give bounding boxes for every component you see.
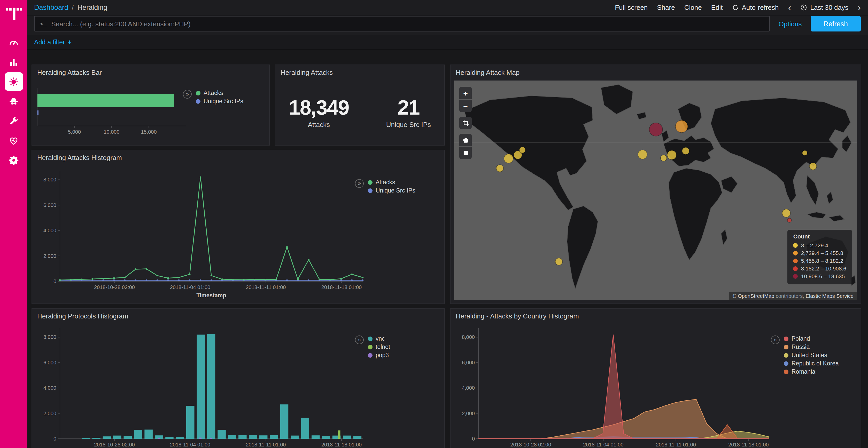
- openstreetmap-link[interactable]: © OpenStreetMap: [733, 293, 774, 299]
- legend-dot: [793, 259, 798, 263]
- svg-text:5,000: 5,000: [68, 129, 81, 135]
- metric-attacks: 18,349 Attacks: [289, 96, 349, 129]
- legend-item[interactable]: Unique Src IPs: [196, 98, 243, 104]
- legend-label: Republic of Korea: [792, 360, 839, 367]
- svg-text:4,000: 4,000: [462, 385, 475, 391]
- map-count-legend: Count 3 – 2,729.4 2,729.4 – 5,455.8 5,45…: [788, 230, 852, 284]
- legend-item[interactable]: Attacks: [196, 90, 243, 96]
- legend-dot: [784, 369, 788, 374]
- panel-attacks-metric: Heralding Attacks 18,349 Attacks 21 Uniq…: [275, 65, 445, 145]
- map-fit-data-button[interactable]: [459, 117, 472, 129]
- map-controls: + −: [459, 87, 472, 159]
- map-draw-polygon-button[interactable]: [459, 134, 472, 146]
- time-range-label: Last 30 days: [810, 4, 848, 11]
- svg-text:0: 0: [54, 278, 56, 284]
- panel-attacks-bar: Heralding Attacks Bar 5,00010,00015,000 …: [32, 65, 270, 145]
- auto-refresh-button[interactable]: Auto-refresh: [732, 4, 779, 11]
- svg-text:10,000: 10,000: [103, 129, 119, 135]
- panel-title: Heralding Attack Map: [451, 65, 861, 78]
- map-zoom-out-button[interactable]: −: [459, 100, 472, 112]
- search-input[interactable]: [52, 20, 764, 28]
- terminal-prompt-icon: >_: [40, 21, 47, 27]
- time-forward-button[interactable]: ›: [858, 3, 861, 12]
- legend-item[interactable]: pop3: [368, 352, 390, 358]
- legend-toggle-icon[interactable]: »: [183, 90, 192, 99]
- svg-text:2018-10-28 02:00: 2018-10-28 02:00: [94, 284, 135, 290]
- time-back-button[interactable]: ‹: [788, 3, 791, 12]
- legend-label: United States: [792, 352, 827, 358]
- breadcrumb: Dashboard / Heralding: [34, 4, 107, 11]
- attacks-bar-chart[interactable]: 5,00010,00015,000: [35, 83, 190, 141]
- svg-text:2,000: 2,000: [462, 411, 475, 416]
- sidebar-item-settings[interactable]: [4, 151, 23, 169]
- elastic-maps-link[interactable]: Elastic Maps Service: [805, 293, 854, 299]
- panel-title: Heralding Attacks Bar: [32, 65, 269, 78]
- svg-text:2018-11-18 01:00: 2018-11-18 01:00: [321, 442, 362, 447]
- world-map[interactable]: + −: [454, 80, 857, 300]
- panel-title: Heralding Attacks Histogram: [32, 150, 444, 164]
- legend-item[interactable]: vnc: [368, 336, 390, 342]
- legend-dot: [793, 266, 798, 271]
- legend-label: Unique Src IPs: [204, 98, 243, 104]
- map-legend-row: 2,729.4 – 5,455.8: [793, 249, 846, 257]
- protocols-bar-chart[interactable]: 02,0004,0006,0008,0002018-10-28 02:00201…: [36, 323, 367, 448]
- legend-toggle-icon[interactable]: »: [355, 179, 364, 188]
- refresh-button[interactable]: Refresh: [810, 16, 861, 32]
- svg-text:2,000: 2,000: [43, 253, 56, 259]
- legend-toggle-icon[interactable]: »: [355, 336, 364, 344]
- sidebar-item-recon[interactable]: [4, 92, 23, 110]
- breadcrumb-dashboard-link[interactable]: Dashboard: [34, 4, 68, 11]
- edit-button[interactable]: Edit: [711, 4, 723, 11]
- svg-text:0: 0: [472, 436, 475, 442]
- legend-item[interactable]: United States: [784, 352, 839, 358]
- options-link[interactable]: Options: [779, 20, 802, 28]
- svg-text:6,000: 6,000: [43, 360, 56, 366]
- clone-button[interactable]: Clone: [684, 4, 702, 11]
- legend-item[interactable]: telnet: [368, 344, 390, 350]
- telekom-logo[interactable]: [5, 4, 23, 22]
- map-legend-title: Count: [793, 233, 846, 240]
- legend-dot: [793, 243, 798, 248]
- panel-title: Heralding Protocols Histogram: [32, 309, 444, 322]
- gauge-icon: [8, 37, 19, 48]
- chart-legend: » vnc telnet pop3: [355, 336, 390, 358]
- legend-dot: [784, 361, 788, 366]
- legend-item[interactable]: Attacks: [368, 179, 415, 185]
- rectangle-icon: [462, 149, 469, 156]
- legend-dot: [196, 91, 200, 95]
- wrench-icon: [8, 115, 19, 126]
- map-zoom-in-button[interactable]: +: [459, 87, 472, 99]
- attacks-line-chart[interactable]: 02,0004,0006,0008,0002018-10-28 02:00201…: [36, 166, 367, 299]
- legend-label: Russia: [792, 344, 810, 350]
- legend-dot: [793, 274, 798, 279]
- svg-text:2018-11-11 01:00: 2018-11-11 01:00: [656, 442, 696, 447]
- sidebar-item-health[interactable]: [4, 131, 23, 150]
- sidebar-item-analytics[interactable]: [4, 53, 23, 71]
- legend-item[interactable]: Unique Src IPs: [368, 187, 415, 194]
- legend-item[interactable]: Poland: [784, 336, 839, 342]
- dashboard-grid: Heralding Attacks Bar 5,00010,00015,000 …: [27, 50, 868, 448]
- top-navigation-bar: Dashboard / Heralding Full screen Share …: [27, 0, 868, 15]
- sidebar-item-dashboard[interactable]: [4, 33, 23, 51]
- legend-toggle-icon[interactable]: »: [771, 336, 780, 344]
- legend-item[interactable]: Romania: [784, 369, 839, 375]
- full-screen-button[interactable]: Full screen: [615, 4, 648, 11]
- add-filter-link[interactable]: Add a filter: [34, 38, 65, 46]
- country-area-chart[interactable]: 02,0004,0006,0008,0002018-10-28 02:00201…: [455, 323, 773, 448]
- panel-attacks-histogram: Heralding Attacks Histogram 02,0004,0006…: [32, 150, 445, 304]
- plus-icon[interactable]: +: [68, 38, 71, 46]
- legend-item[interactable]: Russia: [784, 344, 839, 350]
- svg-text:2018-10-28 02:00: 2018-10-28 02:00: [94, 442, 135, 447]
- legend-label: Poland: [792, 336, 810, 342]
- panel-country-histogram: Heralding - Attacks by Country Histogram…: [450, 308, 861, 448]
- metric-value: 18,349: [289, 96, 349, 119]
- sidebar-item-tools[interactable]: [4, 111, 23, 130]
- bar-chart-icon: [8, 57, 19, 67]
- legend-item[interactable]: Republic of Korea: [784, 360, 839, 367]
- sidebar-item-honeypot-active[interactable]: [4, 72, 23, 91]
- time-range-picker[interactable]: Last 30 days: [801, 4, 848, 11]
- share-button[interactable]: Share: [657, 4, 675, 11]
- polygon-icon: [462, 137, 469, 143]
- panel-attack-map: Heralding Attack Map: [450, 65, 861, 304]
- map-draw-rectangle-button[interactable]: [459, 146, 472, 159]
